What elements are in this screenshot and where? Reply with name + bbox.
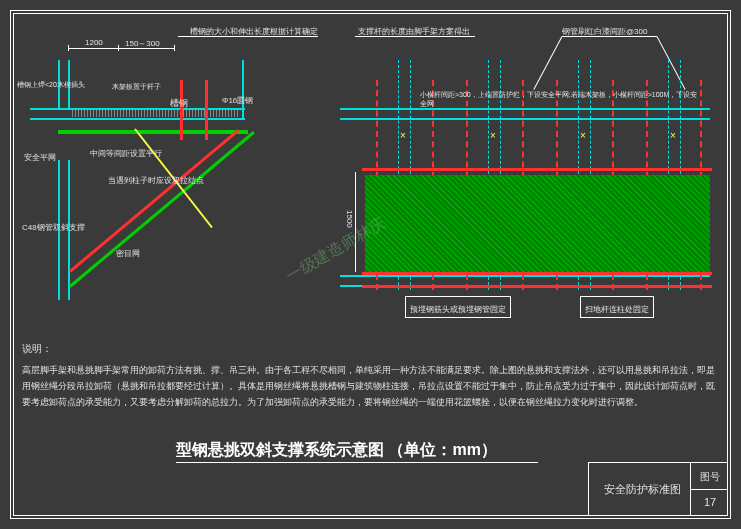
- cad-canvas: 1200 150～300 槽钢的大小和伸出长度根据计算确定 支撑杆的长度由脚手架…: [0, 0, 741, 529]
- ledger-bottom: [362, 285, 712, 288]
- wood-note: 木架板置于杆子: [112, 82, 161, 92]
- note-cantilever: 槽钢的大小和伸出长度根据计算确定: [190, 26, 318, 37]
- elev-floor-top: [340, 108, 710, 110]
- desc-heading: 说明：: [22, 342, 52, 356]
- wedge-note: 槽钢上焊<20木楔插头: [17, 80, 85, 90]
- sheet-num: 17: [704, 496, 716, 508]
- titleblock-top: [588, 462, 728, 463]
- floor-slab-bot: [30, 118, 245, 120]
- ledger: [362, 168, 712, 171]
- channel-steel-label: 槽钢: [170, 97, 188, 110]
- drawing-name: 安全防护标准图: [604, 482, 681, 497]
- ledger: [362, 272, 712, 275]
- embed-note: 预埋钢筋头或预埋钢管固定: [410, 305, 506, 314]
- dim-1500: 1500: [345, 210, 354, 228]
- elev-floor-bot: [340, 275, 710, 277]
- ledger-note: 小横杆间距>300，上端置防护栏，下设安全平网;若端木架板，小横杆间距>100M…: [420, 90, 700, 108]
- dim-150-300: 150～300: [125, 38, 160, 49]
- dense-net-label: 密目网: [116, 248, 140, 259]
- c48-brace-label: C48钢管双斜支撑: [22, 222, 85, 233]
- dim-tick: [118, 45, 119, 51]
- sweep-note-box: 扫地杆连柱处固定: [580, 296, 654, 318]
- slab-edge: [242, 60, 244, 120]
- dim-line-v: [355, 172, 356, 272]
- desc-body: 高层脚手架和悬挑脚手架常用的卸荷方法有挑、撑、吊三种。由于各工程不尽相同，单纯采…: [22, 362, 722, 411]
- sweep-note: 扫地杆连柱处固定: [585, 305, 649, 314]
- scaffold-pole: [180, 80, 183, 140]
- note-brace-length: 支撑杆的长度由脚手架方案得出: [358, 26, 470, 37]
- double-tie-label: 当遇到柱子时应设双拉结点: [108, 175, 204, 186]
- channel-steel-beam: [58, 130, 248, 134]
- x-mark: ×: [580, 130, 586, 141]
- x-mark: ×: [490, 130, 496, 141]
- x-mark: ×: [670, 130, 676, 141]
- titleblock-left: [588, 462, 589, 516]
- main-title: 型钢悬挑双斜支撑系统示意图 （单位：mm）: [176, 440, 497, 461]
- safety-net-area: [365, 175, 710, 273]
- dim-1200: 1200: [85, 38, 103, 47]
- elev-floor-top2: [340, 118, 710, 120]
- mid-parallel-label: 中间等间距设置平行: [90, 148, 162, 159]
- sheet-label: 图号: [700, 470, 720, 484]
- phi16-label: Φ16圆钢: [222, 95, 253, 106]
- safety-net-label: 安全平网: [24, 152, 56, 163]
- titleblock-hdiv: [690, 489, 728, 490]
- x-mark: ×: [400, 130, 406, 141]
- scaffold-pole: [205, 80, 208, 140]
- dim-tick: [68, 45, 69, 51]
- slab-hatch: [72, 110, 240, 117]
- dim-tick: [174, 45, 175, 51]
- embed-note-box: 预埋钢筋头或预埋钢管固定: [405, 296, 511, 318]
- note-tube-paint: 钢管刷红白漆间距@300: [562, 26, 647, 37]
